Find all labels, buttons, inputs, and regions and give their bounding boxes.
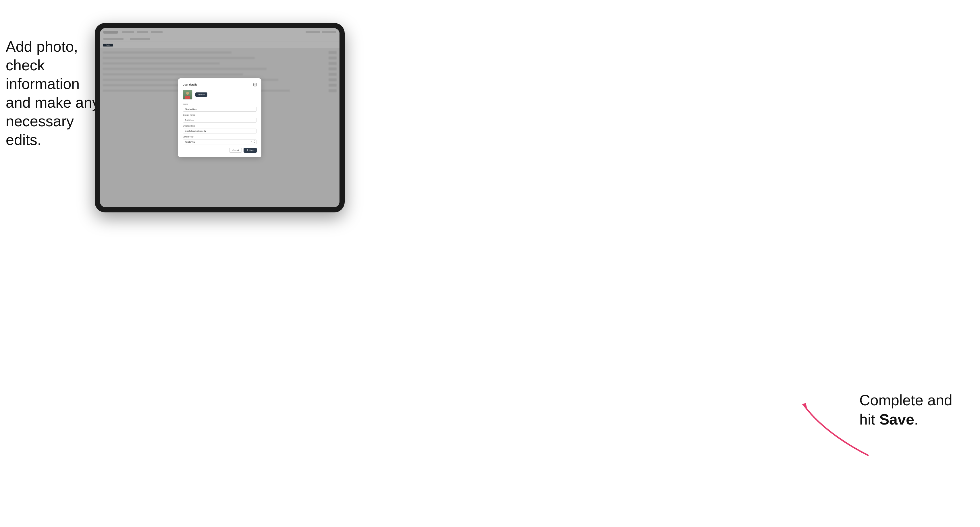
photo-thumbnail: [183, 90, 192, 100]
modal-footer: Cancel ⬆ Save: [183, 148, 257, 153]
tablet-frame: › Active: [95, 23, 345, 213]
annotation-right: Complete and hit Save.: [859, 390, 963, 429]
photo-section: Upload: [183, 90, 257, 100]
annotation-right-bold: Save: [879, 411, 914, 428]
spinner-down-icon: ▼: [254, 141, 256, 143]
modal-overlay: User details × Upload Name Dis: [100, 28, 339, 207]
spinner-up-icon: ▲: [254, 140, 256, 141]
school-year-clear-button[interactable]: ×: [251, 140, 252, 142]
school-year-label: School Year: [183, 136, 257, 138]
name-input[interactable]: [183, 107, 257, 112]
school-year-field-group: School Year × ▲ ▼: [183, 136, 257, 144]
save-icon: ⬆: [247, 149, 248, 151]
annotation-left: Add photo, check information and make an…: [6, 37, 103, 149]
school-year-input[interactable]: [183, 140, 257, 144]
modal-title: User details: [183, 83, 197, 86]
annotation-right-end: .: [914, 411, 918, 428]
modal-title-bar: User details ×: [183, 83, 257, 86]
display-name-input[interactable]: [183, 118, 257, 122]
save-label: Save: [249, 149, 254, 151]
name-field-group: Name: [183, 103, 257, 112]
name-label: Name: [183, 103, 257, 105]
tablet-screen: › Active: [100, 28, 339, 207]
cancel-button[interactable]: Cancel: [229, 148, 242, 153]
school-year-spinner[interactable]: ▲ ▼: [254, 140, 256, 143]
display-name-label: Display name: [183, 114, 257, 116]
save-button[interactable]: ⬆ Save: [243, 148, 257, 153]
svg-marker-1: [802, 403, 807, 409]
email-input[interactable]: [183, 129, 257, 133]
display-name-field-group: Display name: [183, 114, 257, 122]
modal-close-button[interactable]: ×: [253, 83, 257, 86]
school-year-input-wrapper: × ▲ ▼: [183, 139, 257, 144]
photo-thumb-person: [183, 90, 192, 99]
email-field-group: Email address: [183, 125, 257, 133]
email-label: Email address: [183, 125, 257, 127]
user-details-modal: User details × Upload Name Dis: [178, 78, 261, 157]
upload-button[interactable]: Upload: [195, 92, 207, 97]
